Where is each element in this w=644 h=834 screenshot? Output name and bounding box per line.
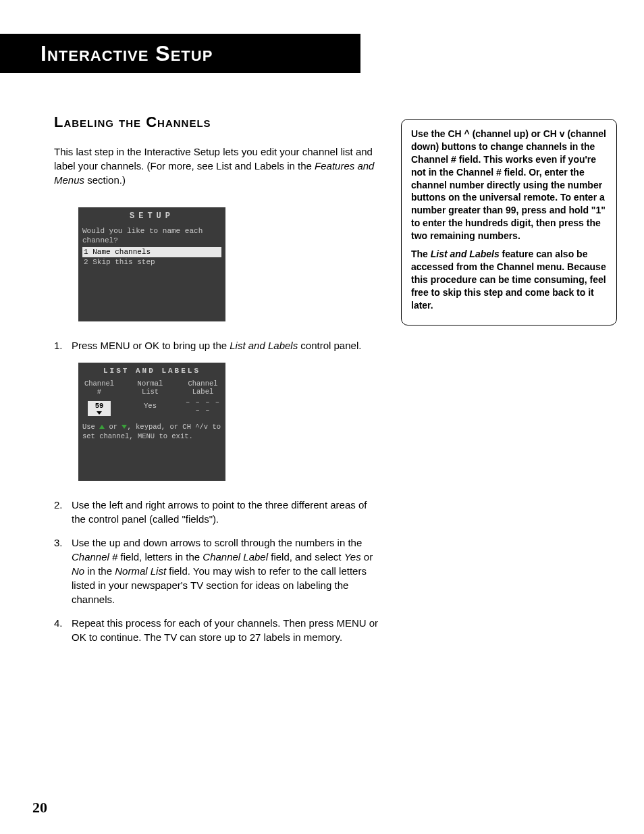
step-1-text: Press MENU or OK to bring up the List an… <box>72 338 381 353</box>
page-number: 20 <box>32 799 47 816</box>
sidebar-column: Use the CH ^ (channel up) or CH v (chann… <box>401 113 617 654</box>
list-panel-values: 59 Yes – – – – – – <box>78 398 225 419</box>
triangle-down-icon <box>97 411 102 415</box>
step-3: 3. Use the up and down arrows to scroll … <box>54 536 381 606</box>
header-channel-num: Channel# <box>82 380 116 396</box>
tip2-em: List and Labels <box>431 249 500 259</box>
step-2: 2. Use the left and right arrows to poin… <box>54 498 381 526</box>
header-channel-label: ChannelLabel <box>184 380 221 396</box>
channel-number-field[interactable]: 59 <box>88 401 111 416</box>
step1-a: Press MENU or OK to bring up the <box>72 340 230 351</box>
step-4: 4. Repeat this process for each of your … <box>54 616 381 644</box>
setup-panel-body: Would you like to name each channel? 1 N… <box>78 226 225 267</box>
setup-option-1-num: 1 <box>84 248 88 256</box>
normal-list-value[interactable]: Yes <box>116 402 184 415</box>
steps-list-2: 2. Use the left and right arrows to poin… <box>54 498 381 644</box>
s3e3: Yes <box>344 551 361 563</box>
step1-b: control panel. <box>298 340 361 351</box>
intro-paragraph: This last step in the Interactive Setup … <box>54 145 381 187</box>
setup-option-2-label: Skip this step <box>92 258 155 266</box>
setup-question: Would you like to name each channel? <box>82 226 221 246</box>
step-1: 1. Press MENU or OK to bring up the List… <box>54 338 381 353</box>
h2a: Normal <box>138 380 163 388</box>
h1b: # <box>97 388 101 396</box>
page-header: Interactive Setup <box>41 41 213 66</box>
tip-paragraph-1: Use the CH ^ (channel up) or CH v (chann… <box>411 128 607 242</box>
list-panel-title: LIST AND LABELS <box>78 363 225 379</box>
s3c: field, and select <box>268 551 344 563</box>
s3e1: Channel # <box>72 551 117 563</box>
channel-value: 59 <box>95 402 104 410</box>
h2b: List <box>142 388 159 396</box>
step-1-num: 1. <box>54 338 72 353</box>
header-normal-list: NormalList <box>116 380 184 396</box>
list-panel-help: Use or , keypad, or CH ^/v to set channe… <box>78 419 225 444</box>
s3e: in the <box>84 565 115 577</box>
tip-box: Use the CH ^ (channel up) or CH v (chann… <box>401 119 617 325</box>
steps-list: 1. Press MENU or OK to bring up the List… <box>54 338 381 353</box>
setup-option-2-num: 2 <box>84 258 88 266</box>
step-2-text: Use the left and right arrows to point t… <box>72 498 381 526</box>
setup-panel-title: SETUP <box>78 207 225 226</box>
s3e2: Channel Label <box>203 551 268 563</box>
s3a: Use the up and down arrows to scroll thr… <box>72 537 362 548</box>
section-title: Labeling the Channels <box>54 113 381 131</box>
step-4-text: Repeat this process for each of your cha… <box>72 616 381 644</box>
tip-paragraph-2: The List and Labels feature can also be … <box>411 248 607 311</box>
intro-text-b: section.) <box>84 174 126 186</box>
h3b: Label <box>192 388 214 396</box>
step-3-text: Use the up and down arrows to scroll thr… <box>72 536 381 606</box>
header-bar: Interactive Setup <box>0 34 360 73</box>
content-area: Labeling the Channels This last step in … <box>0 73 644 654</box>
step-3-num: 3. <box>54 536 72 606</box>
step-4-num: 4. <box>54 616 72 644</box>
setup-option-1-label: Name channels <box>92 248 151 256</box>
step-2-num: 2. <box>54 498 72 526</box>
setup-panel: SETUP Would you like to name each channe… <box>78 207 225 321</box>
setup-option-2[interactable]: 2 Skip this step <box>82 257 221 267</box>
channel-label-value[interactable]: – – – – – – <box>184 398 221 419</box>
h3a: Channel <box>188 380 217 388</box>
help-b: or <box>105 423 122 431</box>
list-panel-headers: Channel# NormalList ChannelLabel <box>78 379 225 398</box>
list-labels-panel: LIST AND LABELS Channel# NormalList Chan… <box>78 363 225 481</box>
s3e5: Normal List <box>115 565 166 577</box>
s3e4: No <box>72 565 84 577</box>
s3d: or <box>361 551 373 563</box>
tip2-a: The <box>411 249 431 259</box>
main-column: Labeling the Channels This last step in … <box>54 113 381 654</box>
setup-option-1[interactable]: 1 Name channels <box>82 247 221 257</box>
step1-em: List and Labels <box>230 340 298 351</box>
help-a: Use <box>82 423 99 431</box>
s3b: field, letters in the <box>117 551 203 563</box>
h1a: Channel <box>84 380 114 388</box>
